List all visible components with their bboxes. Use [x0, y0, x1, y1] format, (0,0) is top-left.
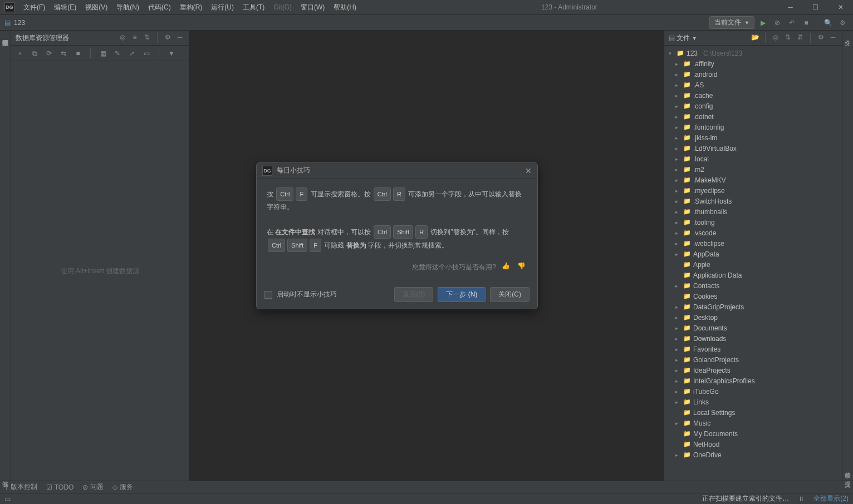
tree-item[interactable]: ▸📁IdeaProjects [664, 365, 842, 375]
tree-item[interactable]: 📁Cookies [664, 291, 842, 302]
file-tree[interactable]: ▾📁123C:\Users\123▸📁.affinity▸📁.android▸📁… [664, 46, 842, 481]
menu-window[interactable]: 窗口(W) [296, 3, 329, 12]
menu-view[interactable]: 视图(V) [81, 3, 112, 12]
tree-item[interactable]: ▸📁.dotnet [664, 111, 842, 122]
tree-item[interactable]: 📁Local Settings [664, 407, 842, 418]
bb-services[interactable]: ◇服务 [112, 482, 133, 492]
gutter-bookmarks[interactable]: 书签 [1, 472, 9, 481]
hide-icon[interactable]: ─ [175, 33, 184, 42]
tree-item[interactable]: ▸📁Music [664, 418, 842, 428]
bb-vcs[interactable]: ᛘ版本控制 [4, 482, 37, 492]
menu-tools[interactable]: 工具(T) [238, 3, 269, 12]
tree-item[interactable]: ▸📁OneDrive [664, 449, 842, 460]
gutter-files[interactable]: 文件 [844, 31, 852, 39]
run-button[interactable]: ▶ [757, 17, 769, 29]
gear-icon[interactable]: ⚙ [163, 33, 172, 42]
gutter-commit[interactable]: 提交 [844, 472, 852, 481]
tree-item[interactable]: ▸📁IntelGraphicsProfiles [664, 375, 842, 386]
thumbs-up-icon[interactable]: 👍 [502, 262, 512, 272]
tree-item[interactable]: 📁NetHood [664, 439, 842, 449]
close-dialog-button[interactable]: 关闭(C) [490, 287, 530, 302]
tree-item[interactable]: 📁Apple [664, 259, 842, 270]
tree-item[interactable]: ▸📁Desktop [664, 312, 842, 323]
menu-file[interactable]: 文件(F) [19, 3, 50, 12]
gutter-db-explorer[interactable]: 数据库资源管理器 [1, 31, 9, 39]
tree-item[interactable]: ▸📁Documents [664, 323, 842, 333]
dialog-close-icon[interactable]: ✕ [525, 166, 532, 175]
settings-gear-icon[interactable]: ⚙ [836, 17, 849, 29]
stop-icon[interactable]: ■ [73, 49, 82, 58]
target-icon[interactable]: ◎ [771, 33, 780, 42]
add-icon[interactable]: + [16, 49, 24, 58]
tree-item[interactable]: ▸📁.SwitchHosts [664, 196, 842, 206]
minimize-button[interactable]: ─ [778, 0, 803, 15]
tree-item[interactable]: ▸📁iTubeGo [664, 386, 842, 397]
table-icon[interactable]: ▦ [99, 49, 107, 58]
stop-button[interactable]: ⊘ [771, 17, 783, 29]
tree-root[interactable]: ▾📁123C:\Users\123 [664, 48, 842, 58]
tree-item[interactable]: ▸📁Favorites [664, 344, 842, 354]
tree-item[interactable]: ▸📁.vscode [664, 228, 842, 238]
menu-edit[interactable]: 编辑(E) [50, 3, 81, 12]
refresh-icon[interactable]: ⟳ [45, 49, 53, 58]
collapse-icon[interactable]: ⇵ [796, 33, 805, 42]
gutter-changes[interactable]: 修改 [844, 463, 852, 472]
menu-git[interactable]: Git(G) [269, 3, 296, 11]
breadcrumb[interactable]: 123 [14, 19, 25, 27]
menu-refactor[interactable]: 重构(R) [175, 3, 207, 12]
menu-code[interactable]: 代码(C) [144, 3, 175, 12]
tree-item[interactable]: ▸📁GolandProjects [664, 354, 842, 365]
tree-item[interactable]: ▸📁Downloads [664, 333, 842, 344]
target-icon[interactable]: ◎ [118, 33, 127, 42]
tree-item[interactable]: ▸📁.AS [664, 80, 842, 90]
tree-item[interactable]: ▸📁.thumbnails [664, 206, 842, 217]
duplicate-icon[interactable]: ⧉ [30, 49, 39, 58]
console-icon[interactable]: ▭ [142, 49, 151, 58]
bb-problems[interactable]: ⊘问题 [82, 482, 104, 492]
tree-item[interactable]: ▸📁.webclipse [664, 238, 842, 249]
commit-button[interactable]: ■ [800, 17, 812, 29]
tree-item[interactable]: ▸📁AppData [664, 249, 842, 259]
close-button[interactable]: ✕ [828, 0, 853, 15]
hide-icon[interactable]: ─ [829, 33, 837, 42]
edit-icon[interactable]: ✎ [113, 49, 122, 58]
tree-item[interactable]: ▸📁DataGripProjects [664, 302, 842, 312]
scope-combo[interactable]: 当前文件 ▼ [709, 16, 754, 29]
next-button[interactable]: 下一步 (N) [438, 287, 486, 302]
tree-item[interactable]: ▸📁Contacts [664, 280, 842, 291]
bb-todo[interactable]: ☑TODO [46, 483, 73, 491]
expand-icon[interactable]: ⇅ [783, 33, 792, 42]
tree-item[interactable]: 📁My Documents [664, 428, 842, 439]
tree-item[interactable]: ▸📁.Ld9VirtualBox [664, 143, 842, 154]
tree-item[interactable]: ▸📁.cache [664, 90, 842, 101]
tree-item[interactable]: ▸📁.jkiss-lm [664, 132, 842, 143]
pause-icon[interactable]: ⏸ [798, 495, 805, 503]
tree-item[interactable]: ▸📁Links [664, 397, 842, 407]
filter-icon[interactable]: ▼ [167, 49, 176, 58]
back-button[interactable]: 返回(B) [394, 287, 433, 302]
gear-icon[interactable]: ⚙ [816, 33, 825, 42]
menu-navigate[interactable]: 导航(N) [112, 3, 144, 12]
jump-icon[interactable]: ↗ [128, 49, 136, 58]
status-showall[interactable]: 全部显示(2) [813, 494, 849, 503]
thumbs-down-icon[interactable]: 👎 [517, 262, 527, 272]
tree-item[interactable]: ▸📁.fontconfig [664, 122, 842, 132]
tree-item[interactable]: ▸📁.affinity [664, 58, 842, 69]
open-icon[interactable]: 📂 [751, 33, 759, 42]
menu-help[interactable]: 帮助(H) [329, 3, 361, 12]
tree-item[interactable]: ▸📁.android [664, 69, 842, 80]
tree-item[interactable]: ▸📁.config [664, 101, 842, 111]
tree-item[interactable]: ▸📁.local [664, 154, 842, 164]
collapse-icon[interactable]: ⇅ [143, 33, 151, 42]
tree-item[interactable]: ▸📁.m2 [664, 164, 842, 175]
tree-item[interactable]: ▸📁.MakeMKV [664, 175, 842, 185]
tree-item[interactable]: ▸📁.myeclipse [664, 185, 842, 196]
sync-icon[interactable]: ⇆ [59, 49, 68, 58]
expand-icon[interactable]: ≡ [130, 33, 139, 42]
menu-run[interactable]: 运行(U) [207, 3, 238, 12]
tool-window-icon[interactable]: ▭ [4, 495, 11, 503]
tree-item[interactable]: ▸📁.tooling [664, 217, 842, 228]
maximize-button[interactable]: ☐ [803, 0, 828, 15]
dont-show-checkbox[interactable] [264, 291, 272, 299]
search-icon[interactable]: 🔍 [822, 17, 834, 29]
